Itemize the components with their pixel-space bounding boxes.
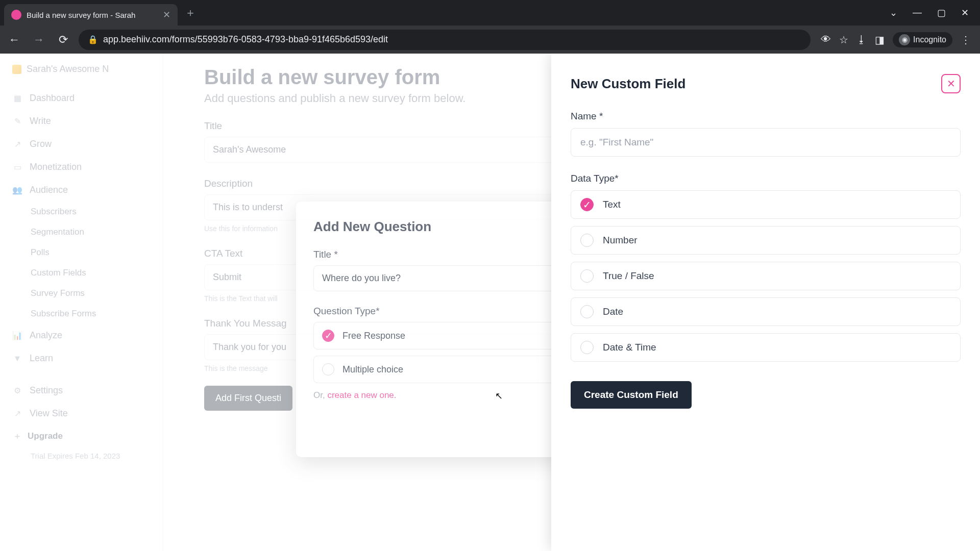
or-prefix: Or,: [313, 390, 327, 400]
workspace-name: Sarah's Awesome N: [27, 64, 109, 74]
browser-titlebar: Build a new survey form - Sarah ✕ ＋ ⌄ ― …: [0, 0, 980, 26]
close-window-icon[interactable]: ✕: [961, 7, 969, 18]
dtype-option-date[interactable]: Date: [571, 297, 961, 326]
tabs-dropdown-icon[interactable]: ⌄: [890, 7, 897, 18]
radio-unchecked-icon: [322, 363, 334, 375]
downloads-icon[interactable]: ⭳: [856, 34, 867, 45]
grid-icon: ▦: [12, 93, 22, 104]
sidebar: Sarah's Awesome N ▦Dashboard ✎Write ↗Gro…: [0, 54, 163, 551]
gear-icon: ⚙: [12, 386, 22, 396]
dtype-label: Number: [603, 235, 638, 246]
pencil-icon: ✎: [12, 116, 22, 127]
radio-unchecked-icon: [580, 269, 594, 283]
trend-icon: ↗: [12, 139, 22, 149]
lock-icon: 🔒: [88, 35, 98, 44]
sidebar-label: View Site: [30, 408, 68, 419]
maximize-icon[interactable]: ▢: [937, 7, 946, 18]
sidebar-item-view-site[interactable]: ↗View Site: [0, 402, 163, 425]
dtype-option-boolean[interactable]: True / False: [571, 262, 961, 290]
sidebar-item-analyze[interactable]: 📊Analyze: [0, 324, 163, 347]
sidebar-item-settings[interactable]: ⚙Settings: [0, 379, 163, 402]
sidebar-label: Learn: [30, 353, 53, 364]
chart-icon: 📊: [12, 331, 22, 341]
plus-icon: ＋: [12, 431, 22, 441]
workspace-selector[interactable]: Sarah's Awesome N: [0, 64, 163, 87]
qtype-label: Free Response: [342, 331, 405, 341]
trial-text: Trial Expires Feb 14, 2023: [0, 447, 163, 461]
bulb-icon: ▼: [12, 354, 22, 364]
menu-icon[interactable]: ⋮: [961, 34, 971, 46]
sidebar-label: Analyze: [30, 330, 62, 341]
favicon-icon: [11, 10, 21, 20]
bookmark-icon[interactable]: ☆: [839, 34, 848, 46]
forward-button[interactable]: →: [30, 31, 48, 49]
sidebar-label: Grow: [30, 139, 52, 149]
sidebar-item-dashboard[interactable]: ▦Dashboard: [0, 87, 163, 110]
incognito-label: Incognito: [913, 35, 946, 44]
dtype-option-number[interactable]: Number: [571, 226, 961, 255]
radio-checked-icon: ✓: [322, 330, 334, 342]
panel-icon[interactable]: ◨: [875, 34, 885, 46]
workspace-icon: [12, 65, 21, 74]
browser-tab[interactable]: Build a new survey form - Sarah ✕: [4, 4, 178, 26]
sidebar-item-learn[interactable]: ▼Learn: [0, 347, 163, 370]
drawer-close-button[interactable]: ✕: [941, 74, 961, 93]
browser-toolbar: ← → ⟳ 🔒 app.beehiiv.com/forms/55993b76-0…: [0, 26, 980, 54]
qtype-label: Multiple choice: [342, 364, 403, 375]
drawer-label-name: Name *: [571, 111, 961, 122]
sidebar-item-survey-forms[interactable]: Survey Forms: [0, 283, 163, 304]
people-icon: 👥: [12, 185, 22, 195]
sidebar-item-polls[interactable]: Polls: [0, 242, 163, 263]
create-custom-field-button[interactable]: Create Custom Field: [571, 381, 692, 409]
new-tab-button[interactable]: ＋: [185, 5, 196, 20]
card-icon: ▭: [12, 162, 22, 172]
dtype-option-text[interactable]: ✓ Text: [571, 190, 961, 219]
dtype-label: Date: [603, 306, 623, 317]
custom-field-name-input[interactable]: [571, 128, 961, 157]
dtype-label: Text: [603, 199, 621, 210]
sidebar-label: Write: [30, 116, 51, 127]
dtype-label: Date & Time: [603, 342, 656, 353]
app-viewport: Sarah's Awesome N ▦Dashboard ✎Write ↗Gro…: [0, 54, 980, 551]
sidebar-label: Monetization: [30, 162, 82, 172]
sidebar-item-custom-fields[interactable]: Custom Fields: [0, 263, 163, 283]
external-icon: ↗: [12, 409, 22, 419]
sidebar-item-subscribe-forms[interactable]: Subscribe Forms: [0, 304, 163, 324]
create-new-link[interactable]: create a new one.: [327, 390, 396, 400]
radio-unchecked-icon: [580, 341, 594, 354]
sidebar-item-grow[interactable]: ↗Grow: [0, 133, 163, 156]
eye-off-icon[interactable]: 👁: [821, 34, 831, 45]
back-button[interactable]: ←: [5, 31, 23, 49]
tab-title: Build a new survey form - Sarah: [27, 11, 158, 19]
url-text: app.beehiiv.com/forms/55993b76-0583-4793…: [103, 34, 388, 45]
window-controls: ⌄ ― ▢ ✕: [890, 7, 976, 18]
reload-button[interactable]: ⟳: [54, 31, 72, 49]
radio-unchecked-icon: [580, 234, 594, 247]
address-bar[interactable]: 🔒 app.beehiiv.com/forms/55993b76-0583-47…: [79, 30, 811, 50]
close-tab-icon[interactable]: ✕: [163, 9, 170, 20]
sidebar-label: Dashboard: [30, 93, 75, 104]
close-icon: ✕: [947, 78, 955, 90]
dtype-option-datetime[interactable]: Date & Time: [571, 333, 961, 362]
radio-unchecked-icon: [580, 305, 594, 318]
minimize-icon[interactable]: ―: [913, 7, 922, 18]
sidebar-item-audience[interactable]: 👥Audience: [0, 179, 163, 202]
add-first-question-button[interactable]: Add First Questi: [204, 386, 292, 411]
upgrade-label: Upgrade: [28, 431, 63, 441]
incognito-chip[interactable]: ◉ Incognito: [893, 32, 952, 47]
sidebar-item-segmentation[interactable]: Segmentation: [0, 222, 163, 242]
new-custom-field-drawer: New Custom Field ✕ Name * Data Type* ✓ T…: [551, 54, 980, 551]
sidebar-item-monetization[interactable]: ▭Monetization: [0, 156, 163, 179]
sidebar-label: Audience: [30, 185, 68, 195]
sidebar-item-subscribers[interactable]: Subscribers: [0, 202, 163, 222]
drawer-label-datatype: Data Type*: [571, 173, 961, 184]
upgrade-button[interactable]: ＋Upgrade: [0, 425, 163, 447]
incognito-icon: ◉: [899, 34, 910, 45]
drawer-title: New Custom Field: [571, 76, 685, 92]
sidebar-label: Settings: [30, 385, 63, 396]
sidebar-item-write[interactable]: ✎Write: [0, 110, 163, 133]
dtype-label: True / False: [603, 270, 654, 282]
radio-checked-icon: ✓: [580, 198, 594, 211]
